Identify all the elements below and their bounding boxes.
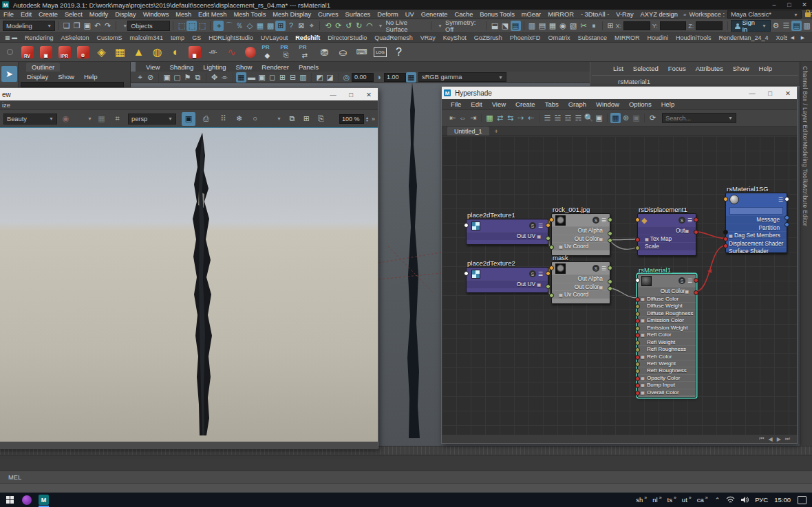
circle-expand-icon[interactable]: ▼ [273, 116, 281, 121]
menu-9[interactable]: Mesh Tools [230, 11, 269, 18]
mat-port-3[interactable]: Emission Color [638, 316, 696, 323]
channel-box-menu-5[interactable]: Help [754, 65, 778, 72]
dag-set-members-dot[interactable] [723, 230, 728, 235]
toolbar-overflow-icon[interactable]: » [372, 116, 375, 122]
x-input[interactable] [623, 21, 650, 30]
outliner-menu-1[interactable]: Show [53, 73, 79, 80]
vp-lights-icon[interactable]: ◻ [267, 72, 277, 83]
uv-coord-dot[interactable] [549, 293, 554, 298]
menu-21[interactable]: V-Ray [612, 11, 637, 18]
vp-2dpan-icon[interactable]: ✥ [209, 72, 220, 83]
output-dot[interactable] [608, 217, 612, 222]
hs-image-dim-icon[interactable]: ▣ [631, 113, 641, 123]
partition-dot[interactable] [784, 222, 789, 227]
vp-shadows-icon[interactable]: ⊞ [277, 72, 288, 83]
rgb-channels-icon[interactable]: ◉ [61, 114, 71, 124]
snap-point-icon[interactable]: ％ [234, 21, 244, 31]
menu-16[interactable]: Cache [451, 11, 476, 18]
render-snapshot-icon[interactable]: ▦ [548, 21, 558, 31]
select-hierarchy-icon[interactable]: ⬚ [176, 21, 186, 31]
absolute-relative-icon[interactable]: ⊞ [606, 21, 616, 31]
shelf-tab-7[interactable]: UVLayout [259, 34, 290, 41]
hypershade-window[interactable]: M Hypershade — □ ✕ FileEditViewCreateTab… [441, 86, 798, 444]
shelf-tab-3[interactable]: malcolm341 [129, 34, 165, 41]
expand-rows-icon[interactable]: ☰ [687, 217, 692, 224]
expand-rows-icon[interactable]: ☰ [601, 266, 606, 272]
swatch-badge[interactable]: S [529, 222, 536, 229]
vp-bookmark-icon[interactable]: ⚑ [182, 72, 193, 83]
hypershade-menu-3[interactable]: Create [511, 100, 540, 108]
render-settings-icon[interactable]: ▧ [568, 21, 579, 31]
dock-tab-attribute-editor[interactable]: Attribute Editor [802, 184, 809, 226]
hs-create-output-icon[interactable]: ⇥ [468, 113, 478, 123]
hs-maximize-icon[interactable]: □ [761, 89, 779, 97]
curve-snap-on-icon[interactable]: ↺ [343, 21, 354, 31]
mat-port-9[interactable]: Refr Weight [638, 360, 696, 367]
menu-8[interactable]: Edit Mesh [195, 11, 230, 18]
shelf-tab-16[interactable]: Substance [576, 34, 608, 41]
editor-toggle-icon[interactable]: ▤ [511, 21, 521, 31]
redshift-ipr-icon[interactable]: IPR [56, 44, 73, 61]
menu-22[interactable]: AXYZ design [637, 11, 681, 18]
shelf-tab-1[interactable]: ASkeleton [60, 34, 91, 41]
menu-0[interactable]: File [0, 11, 17, 18]
highlight-selection-icon[interactable]: ⌖ [306, 21, 317, 31]
outliner-search-input[interactable] [21, 82, 124, 87]
viewport-menu-2[interactable]: Lighting [198, 63, 231, 71]
sign-in-button[interactable]: Sign In ▼ [731, 20, 771, 32]
symmetry-expand-icon[interactable]: ▼ [434, 23, 442, 28]
hypershade-search-input[interactable]: Search...▼ [662, 113, 736, 123]
port-message[interactable]: Message [726, 215, 787, 224]
output-dot[interactable] [694, 278, 698, 283]
shelf-tab-2[interactable]: CustomS [96, 34, 124, 41]
hs-layout-4-icon[interactable]: ☴ [573, 113, 584, 123]
mat-port-1[interactable]: Diffuse Weight [638, 302, 696, 309]
tray-item-3[interactable]: ut [682, 495, 692, 504]
hypershade-menu-1[interactable]: Edit [466, 100, 487, 108]
shelf-popup-icon[interactable] [7, 49, 13, 55]
out-uv-dot[interactable] [546, 284, 551, 289]
node-rsmaterial1sg[interactable]: rsMaterial1SG ☰ Message Partition ▦ Dag … [725, 193, 787, 253]
redshift-renderview-icon[interactable]: RV [19, 44, 36, 61]
shelf-menu-icon[interactable]: ▦ [4, 32, 11, 43]
port-scale[interactable]: Scale [638, 242, 696, 250]
hs-layout-2-icon[interactable]: ☱ [553, 113, 563, 123]
hypershade-menu-7[interactable]: Options [624, 100, 656, 108]
swatch-badge[interactable]: S [679, 217, 685, 224]
tex-map-dot[interactable] [635, 237, 640, 242]
output-dot[interactable] [546, 223, 551, 228]
zoom-level-input[interactable]: 100 % [339, 114, 364, 124]
hypershade-menu-6[interactable]: Window [591, 100, 624, 108]
region-crop-icon[interactable]: ⌗ [112, 114, 122, 124]
node-header[interactable]: S ☰ [552, 262, 610, 274]
vp-isolate-icon[interactable]: ◩ [314, 72, 325, 83]
mat-port-4[interactable]: Emission Weight [638, 324, 696, 331]
port-out-color[interactable]: Out Color▦ [552, 235, 610, 243]
mask-expand-icon[interactable]: ▼ [119, 23, 127, 28]
input-digits-icon[interactable]: ⊞ [275, 21, 286, 31]
out-color-dot[interactable] [608, 286, 612, 291]
channel-box-menu-1[interactable]: Selected [628, 65, 663, 72]
message-dot[interactable] [784, 215, 789, 220]
hs-next-page-icon[interactable]: ▶ [777, 436, 781, 442]
node-rock-001-jpg[interactable]: rock_001.jpg S ☰ Out Alpha Out Color▦ ▦ … [551, 213, 610, 256]
node-header[interactable]: S ☰ [467, 219, 548, 232]
port-partition[interactable]: Partition [726, 224, 787, 232]
vp-ao-icon[interactable]: ⊟ [288, 72, 298, 83]
hs-prev-page-icon[interactable]: ◀ [768, 436, 772, 442]
outliner-menu-0[interactable]: Display [22, 73, 53, 80]
outliner-tab[interactable]: Outliner [26, 63, 60, 72]
out-color-dot[interactable] [694, 290, 698, 295]
port-out-alpha[interactable]: Out Alpha [552, 226, 610, 235]
node-mask[interactable]: mask S ☰ Out Alpha Out Color▦ ▦ Uv Coord [551, 261, 610, 304]
menu-3[interactable]: Select [61, 11, 86, 18]
redshift-settings-icon[interactable]: ⚙ [75, 44, 92, 61]
menu-1[interactable]: Edit [17, 11, 35, 18]
out-uv-dot[interactable] [546, 236, 551, 241]
new-scene-icon[interactable]: ❏ [61, 21, 72, 31]
ipr-render-icon[interactable]: ◉ [558, 21, 568, 31]
taskbar-app-icon[interactable] [22, 495, 32, 505]
viewport-strip-scene[interactable] [378, 83, 441, 446]
script-editor-icon[interactable]: ⌨ [354, 44, 370, 61]
redshift-spot-light-icon[interactable]: ▲ [131, 44, 147, 61]
